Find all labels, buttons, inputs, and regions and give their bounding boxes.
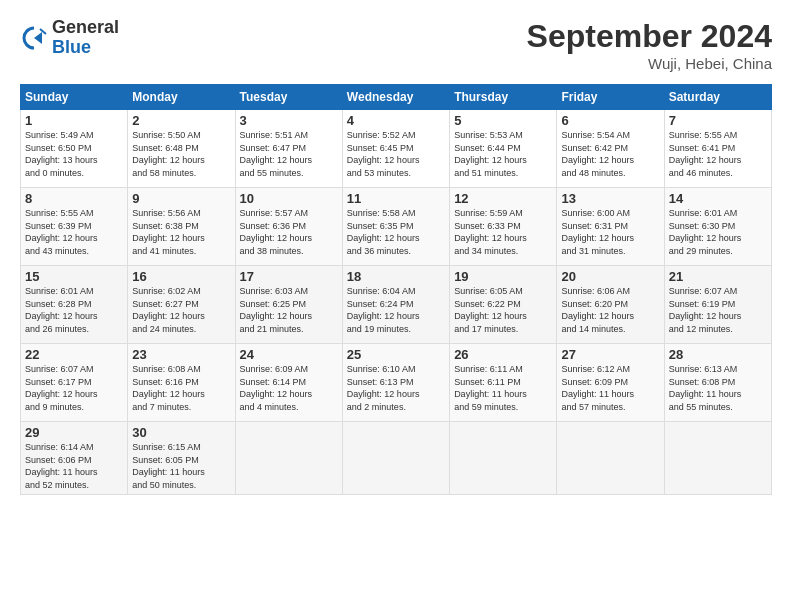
calendar-cell: 21 Sunrise: 6:07 AMSunset: 6:19 PMDaylig… [664, 266, 771, 344]
day-info: Sunrise: 5:56 AMSunset: 6:38 PMDaylight:… [132, 208, 205, 256]
calendar-week-row: 8 Sunrise: 5:55 AMSunset: 6:39 PMDayligh… [21, 188, 772, 266]
calendar-header-row: SundayMondayTuesdayWednesdayThursdayFrid… [21, 85, 772, 110]
calendar-cell: 6 Sunrise: 5:54 AMSunset: 6:42 PMDayligh… [557, 110, 664, 188]
day-info: Sunrise: 6:10 AMSunset: 6:13 PMDaylight:… [347, 364, 420, 412]
day-info: Sunrise: 5:59 AMSunset: 6:33 PMDaylight:… [454, 208, 527, 256]
calendar-cell: 28 Sunrise: 6:13 AMSunset: 6:08 PMDaylig… [664, 344, 771, 422]
day-number: 24 [240, 347, 338, 362]
calendar-cell: 17 Sunrise: 6:03 AMSunset: 6:25 PMDaylig… [235, 266, 342, 344]
calendar-cell: 18 Sunrise: 6:04 AMSunset: 6:24 PMDaylig… [342, 266, 449, 344]
day-number: 16 [132, 269, 230, 284]
day-info: Sunrise: 5:51 AMSunset: 6:47 PMDaylight:… [240, 130, 313, 178]
day-info: Sunrise: 5:58 AMSunset: 6:35 PMDaylight:… [347, 208, 420, 256]
calendar-cell: 10 Sunrise: 5:57 AMSunset: 6:36 PMDaylig… [235, 188, 342, 266]
calendar-cell: 14 Sunrise: 6:01 AMSunset: 6:30 PMDaylig… [664, 188, 771, 266]
calendar-cell: 16 Sunrise: 6:02 AMSunset: 6:27 PMDaylig… [128, 266, 235, 344]
calendar-body: 1 Sunrise: 5:49 AMSunset: 6:50 PMDayligh… [21, 110, 772, 495]
day-info: Sunrise: 6:00 AMSunset: 6:31 PMDaylight:… [561, 208, 634, 256]
calendar-week-row: 15 Sunrise: 6:01 AMSunset: 6:28 PMDaylig… [21, 266, 772, 344]
calendar-cell: 7 Sunrise: 5:55 AMSunset: 6:41 PMDayligh… [664, 110, 771, 188]
day-number: 20 [561, 269, 659, 284]
logo-icon [20, 24, 48, 52]
day-info: Sunrise: 5:52 AMSunset: 6:45 PMDaylight:… [347, 130, 420, 178]
calendar-cell: 23 Sunrise: 6:08 AMSunset: 6:16 PMDaylig… [128, 344, 235, 422]
header-cell-saturday: Saturday [664, 85, 771, 110]
header-cell-wednesday: Wednesday [342, 85, 449, 110]
day-info: Sunrise: 6:01 AMSunset: 6:30 PMDaylight:… [669, 208, 742, 256]
calendar-cell: 25 Sunrise: 6:10 AMSunset: 6:13 PMDaylig… [342, 344, 449, 422]
header-cell-thursday: Thursday [450, 85, 557, 110]
day-number: 25 [347, 347, 445, 362]
location: Wuji, Hebei, China [527, 55, 772, 72]
day-number: 18 [347, 269, 445, 284]
day-info: Sunrise: 6:11 AMSunset: 6:11 PMDaylight:… [454, 364, 527, 412]
calendar-cell [450, 422, 557, 495]
day-number: 15 [25, 269, 123, 284]
calendar-cell: 4 Sunrise: 5:52 AMSunset: 6:45 PMDayligh… [342, 110, 449, 188]
calendar-cell: 12 Sunrise: 5:59 AMSunset: 6:33 PMDaylig… [450, 188, 557, 266]
calendar-cell: 2 Sunrise: 5:50 AMSunset: 6:48 PMDayligh… [128, 110, 235, 188]
day-number: 6 [561, 113, 659, 128]
calendar-cell [235, 422, 342, 495]
calendar-cell: 26 Sunrise: 6:11 AMSunset: 6:11 PMDaylig… [450, 344, 557, 422]
calendar-cell: 29 Sunrise: 6:14 AMSunset: 6:06 PMDaylig… [21, 422, 128, 495]
calendar-cell: 30 Sunrise: 6:15 AMSunset: 6:05 PMDaylig… [128, 422, 235, 495]
day-number: 8 [25, 191, 123, 206]
logo-text: General Blue [52, 18, 119, 58]
day-info: Sunrise: 5:54 AMSunset: 6:42 PMDaylight:… [561, 130, 634, 178]
header-cell-monday: Monday [128, 85, 235, 110]
day-number: 21 [669, 269, 767, 284]
title-block: September 2024 Wuji, Hebei, China [527, 18, 772, 72]
calendar-cell: 11 Sunrise: 5:58 AMSunset: 6:35 PMDaylig… [342, 188, 449, 266]
calendar-cell: 22 Sunrise: 6:07 AMSunset: 6:17 PMDaylig… [21, 344, 128, 422]
logo: General Blue [20, 18, 119, 58]
day-info: Sunrise: 6:01 AMSunset: 6:28 PMDaylight:… [25, 286, 98, 334]
day-number: 30 [132, 425, 230, 440]
calendar-cell: 27 Sunrise: 6:12 AMSunset: 6:09 PMDaylig… [557, 344, 664, 422]
calendar-cell: 1 Sunrise: 5:49 AMSunset: 6:50 PMDayligh… [21, 110, 128, 188]
day-info: Sunrise: 6:07 AMSunset: 6:19 PMDaylight:… [669, 286, 742, 334]
day-number: 4 [347, 113, 445, 128]
day-info: Sunrise: 6:05 AMSunset: 6:22 PMDaylight:… [454, 286, 527, 334]
day-number: 29 [25, 425, 123, 440]
day-number: 26 [454, 347, 552, 362]
day-info: Sunrise: 6:14 AMSunset: 6:06 PMDaylight:… [25, 442, 98, 490]
day-number: 10 [240, 191, 338, 206]
day-number: 14 [669, 191, 767, 206]
header-cell-friday: Friday [557, 85, 664, 110]
calendar-cell: 20 Sunrise: 6:06 AMSunset: 6:20 PMDaylig… [557, 266, 664, 344]
calendar-cell: 19 Sunrise: 6:05 AMSunset: 6:22 PMDaylig… [450, 266, 557, 344]
day-info: Sunrise: 6:04 AMSunset: 6:24 PMDaylight:… [347, 286, 420, 334]
calendar-cell: 13 Sunrise: 6:00 AMSunset: 6:31 PMDaylig… [557, 188, 664, 266]
day-info: Sunrise: 6:13 AMSunset: 6:08 PMDaylight:… [669, 364, 742, 412]
day-number: 7 [669, 113, 767, 128]
day-number: 12 [454, 191, 552, 206]
day-number: 23 [132, 347, 230, 362]
day-info: Sunrise: 6:02 AMSunset: 6:27 PMDaylight:… [132, 286, 205, 334]
day-info: Sunrise: 6:12 AMSunset: 6:09 PMDaylight:… [561, 364, 634, 412]
logo-blue-text: Blue [52, 38, 119, 58]
day-info: Sunrise: 5:57 AMSunset: 6:36 PMDaylight:… [240, 208, 313, 256]
calendar-container: General Blue September 2024 Wuji, Hebei,… [0, 0, 792, 505]
calendar-cell [664, 422, 771, 495]
day-info: Sunrise: 5:49 AMSunset: 6:50 PMDaylight:… [25, 130, 98, 178]
day-number: 2 [132, 113, 230, 128]
day-info: Sunrise: 5:55 AMSunset: 6:41 PMDaylight:… [669, 130, 742, 178]
day-info: Sunrise: 6:09 AMSunset: 6:14 PMDaylight:… [240, 364, 313, 412]
calendar-week-row: 29 Sunrise: 6:14 AMSunset: 6:06 PMDaylig… [21, 422, 772, 495]
day-info: Sunrise: 6:15 AMSunset: 6:05 PMDaylight:… [132, 442, 205, 490]
day-number: 22 [25, 347, 123, 362]
calendar-cell [557, 422, 664, 495]
day-number: 17 [240, 269, 338, 284]
day-info: Sunrise: 5:50 AMSunset: 6:48 PMDaylight:… [132, 130, 205, 178]
day-number: 13 [561, 191, 659, 206]
day-info: Sunrise: 6:03 AMSunset: 6:25 PMDaylight:… [240, 286, 313, 334]
logo-general-text: General [52, 18, 119, 38]
day-number: 5 [454, 113, 552, 128]
day-number: 28 [669, 347, 767, 362]
header: General Blue September 2024 Wuji, Hebei,… [20, 18, 772, 72]
day-info: Sunrise: 6:06 AMSunset: 6:20 PMDaylight:… [561, 286, 634, 334]
day-number: 9 [132, 191, 230, 206]
day-info: Sunrise: 6:07 AMSunset: 6:17 PMDaylight:… [25, 364, 98, 412]
calendar-cell: 9 Sunrise: 5:56 AMSunset: 6:38 PMDayligh… [128, 188, 235, 266]
